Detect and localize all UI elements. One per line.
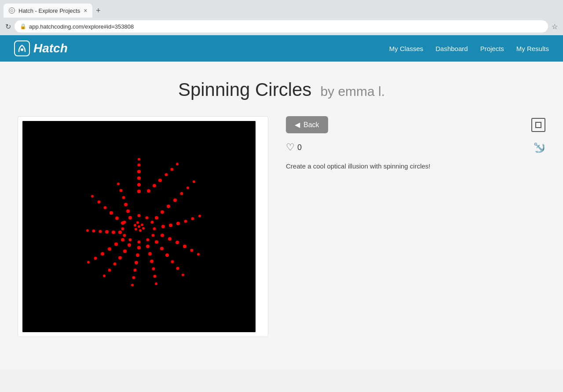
svg-point-41: [150, 260, 154, 263]
svg-point-78: [122, 196, 125, 199]
svg-point-34: [160, 247, 164, 250]
heart-icon[interactable]: ♡: [286, 142, 295, 153]
logo-text: Hatch: [33, 41, 68, 55]
svg-point-96: [139, 229, 142, 232]
svg-point-54: [113, 263, 117, 266]
svg-point-63: [118, 231, 122, 234]
svg-point-35: [165, 253, 169, 257]
svg-point-44: [155, 282, 157, 285]
svg-point-91: [129, 216, 132, 220]
svg-point-22: [169, 223, 172, 227]
svg-point-81: [146, 216, 149, 220]
svg-point-25: [191, 217, 194, 220]
svg-point-36: [171, 260, 174, 264]
svg-point-73: [98, 201, 101, 204]
svg-point-11: [165, 173, 168, 176]
svg-point-7: [138, 158, 140, 161]
tab-close-button[interactable]: ×: [84, 7, 87, 14]
logo[interactable]: Hatch: [14, 40, 68, 56]
svg-point-79: [120, 189, 123, 192]
new-tab-button[interactable]: +: [94, 4, 102, 17]
svg-point-5: [137, 170, 141, 173]
svg-point-38: [182, 274, 184, 276]
svg-point-32: [197, 253, 200, 256]
author-text: by emma l.: [320, 84, 385, 99]
svg-point-13: [176, 163, 179, 165]
svg-point-27: [161, 234, 164, 237]
back-button[interactable]: ◀ Back: [286, 116, 328, 133]
svg-point-80: [117, 183, 120, 185]
svg-point-2: [137, 190, 141, 193]
svg-point-40: [148, 252, 152, 256]
svg-point-49: [132, 276, 135, 279]
svg-point-93: [138, 225, 140, 228]
svg-point-56: [103, 275, 106, 277]
url-text: app.hatchcoding.com/explore#id=353808: [29, 23, 134, 30]
svg-point-14: [155, 216, 158, 220]
svg-point-39: [146, 245, 150, 248]
svg-point-47: [135, 261, 138, 264]
svg-point-23: [176, 222, 180, 225]
tab-bar: ⊙ Hatch - Explore Projects × +: [0, 0, 563, 18]
fullscreen-button[interactable]: [531, 118, 545, 132]
svg-point-59: [108, 247, 111, 251]
canvas-area: [22, 121, 256, 332]
svg-point-89: [121, 227, 124, 231]
likes-row: ♡ 0 ⚓: [286, 141, 545, 154]
svg-point-48: [134, 269, 137, 272]
canvas-container: [18, 116, 268, 337]
svg-point-62: [87, 261, 90, 264]
browser-chrome: ⊙ Hatch - Explore Projects × + ↻ 🔒 app.h…: [0, 0, 563, 35]
svg-point-30: [183, 245, 186, 248]
nav-my-results[interactable]: My Results: [516, 45, 549, 52]
main-nav: My Classes Dashboard Projects My Results: [389, 45, 549, 52]
svg-point-16: [167, 205, 170, 208]
svg-point-83: [153, 227, 156, 231]
project-title: Spinning Circles by emma l.: [18, 79, 545, 100]
svg-point-46: [136, 253, 139, 257]
svg-point-64: [112, 231, 115, 234]
nav-projects[interactable]: Projects: [480, 45, 504, 52]
svg-point-53: [118, 256, 122, 260]
address-input[interactable]: 🔒 app.hatchcoding.com/explore#id=353808: [15, 20, 548, 33]
svg-point-85: [146, 238, 150, 242]
bookmark-icon[interactable]: ☆: [552, 22, 558, 31]
likes-section: ♡ 0: [286, 142, 302, 153]
tab-title: Hatch - Explore Projects: [18, 7, 80, 14]
svg-point-88: [123, 234, 126, 237]
page-content: Spinning Circles by emma l.: [0, 62, 563, 370]
svg-point-45: [137, 246, 141, 249]
svg-point-71: [110, 211, 113, 215]
svg-point-3: [137, 183, 141, 187]
svg-point-60: [101, 252, 104, 256]
svg-point-95: [142, 227, 145, 230]
svg-point-72: [104, 206, 107, 209]
refresh-button[interactable]: ↻: [5, 22, 11, 31]
svg-point-52: [123, 249, 127, 253]
title-main: Spinning Circles: [178, 79, 311, 100]
fullscreen-icon: [535, 121, 542, 128]
link-icon[interactable]: ⚓: [530, 138, 548, 156]
svg-rect-100: [536, 122, 541, 128]
svg-point-24: [184, 220, 187, 223]
nav-dashboard[interactable]: Dashboard: [435, 45, 468, 52]
svg-point-99: [136, 221, 139, 224]
nav-my-classes[interactable]: My Classes: [389, 45, 424, 52]
project-layout: ◀ Back ♡ 0 ⚓ Create a cool optical illus…: [18, 116, 545, 337]
svg-point-98: [134, 224, 136, 227]
svg-point-28: [168, 237, 172, 241]
svg-point-82: [151, 221, 154, 224]
svg-point-55: [108, 269, 111, 272]
svg-point-70: [115, 216, 119, 220]
svg-point-12: [171, 168, 174, 171]
svg-point-86: [138, 241, 141, 244]
active-tab[interactable]: ⊙ Hatch - Explore Projects ×: [4, 4, 92, 18]
svg-point-87: [129, 238, 132, 242]
tab-favicon: ⊙: [9, 7, 15, 14]
svg-point-50: [131, 284, 134, 286]
svg-point-66: [99, 230, 102, 233]
svg-point-58: [114, 242, 118, 246]
svg-point-20: [193, 180, 195, 183]
svg-point-26: [198, 215, 201, 217]
svg-point-92: [138, 214, 141, 217]
